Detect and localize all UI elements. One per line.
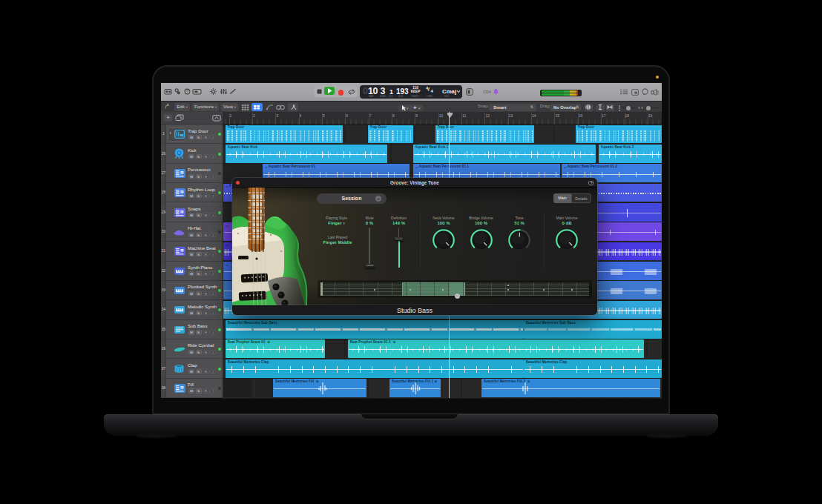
svg-text:?: ? <box>186 89 188 93</box>
